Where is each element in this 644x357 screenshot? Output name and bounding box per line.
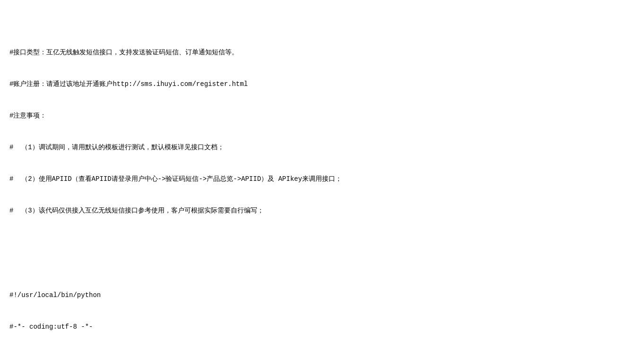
comment-line-5: # （2）使用APIID（查看APIID请登录用户中心->验证码短信->产品总览… — [9, 174, 635, 184]
comment-line-6: # （3）该代码仅供接入互亿无线短信接口参考使用，客户可根据实际需要自行编写； — [9, 205, 635, 216]
comment-line-2: #账户注册：请通过该地址开通账户http://sms.ihuyi.com/reg… — [9, 79, 635, 89]
comment-line-1: #接口类型：互亿无线触发短信接口，支持发送验证码短信、订单通知短信等。 — [9, 47, 635, 58]
coding-line: #-*- coding:utf-8 -*- — [9, 322, 635, 332]
shebang-line: #!/usr/local/bin/python — [9, 290, 635, 300]
code-container: #接口类型：互亿无线触发短信接口，支持发送验证码短信、订单通知短信等。 #账户注… — [0, 0, 644, 357]
comment-line-3: #注意事项： — [9, 110, 635, 121]
comment-line-4: # （1）调试期间，请用默认的模板进行测试，默认模板详见接口文档； — [9, 142, 635, 153]
